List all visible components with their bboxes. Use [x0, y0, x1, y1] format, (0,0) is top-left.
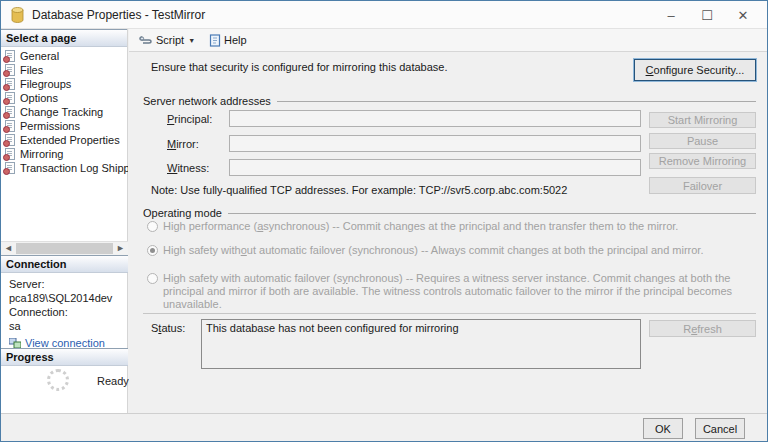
sidebar-item-filegroups[interactable]: Filegroups [1, 77, 128, 91]
page-icon [5, 64, 15, 76]
sidebar-item-mirroring[interactable]: Mirroring [1, 147, 128, 161]
script-label: Script [156, 34, 184, 46]
group-line [228, 213, 756, 214]
sidebar-item-general[interactable]: General [1, 49, 128, 63]
witness-label: Witness: [167, 162, 209, 174]
security-note: Ensure that security is configured for m… [151, 61, 448, 73]
failover-button: Failover [649, 177, 756, 194]
script-icon [139, 34, 153, 47]
window-controls: – ☐ ✕ [653, 1, 761, 29]
horizontal-scrollbar[interactable]: ◄ ► [1, 241, 128, 255]
radio-high-safety-with-failover: High safety with automatic failover (syn… [147, 272, 753, 311]
script-button[interactable]: Script ▼ [135, 30, 205, 50]
scroll-right-icon[interactable]: ► [113, 242, 128, 255]
sidebar-item-options[interactable]: Options [1, 91, 128, 105]
status-label: Status: [151, 322, 185, 334]
footer: OK Cancel [1, 413, 767, 441]
cancel-button[interactable]: Cancel [695, 418, 745, 439]
help-icon [209, 34, 221, 47]
main-panel: Script ▼ Help Ensure that security is co… [129, 29, 768, 413]
page-icon [5, 78, 15, 90]
sidebar: Select a page General Files Filegroups O… [1, 29, 128, 413]
radio-icon [147, 221, 158, 232]
witness-input [229, 159, 641, 176]
configure-security-button[interactable]: Configure Security... [634, 59, 756, 81]
database-icon [10, 7, 25, 23]
page-icon [5, 106, 15, 118]
sidebar-item-files[interactable]: Files [1, 63, 128, 77]
page-list: General Files Filegroups Options Change … [1, 49, 128, 175]
refresh-button: Refresh [649, 320, 756, 337]
scrollbar-thumb[interactable] [16, 243, 113, 254]
ok-button[interactable]: OK [643, 418, 683, 439]
title-bar: Database Properties - TestMirror – ☐ ✕ [1, 1, 767, 29]
start-mirroring-button: Start Mirroring [649, 112, 756, 128]
page-icon [5, 50, 15, 62]
select-a-page-header: Select a page [1, 29, 127, 47]
sidebar-item-extended-properties[interactable]: Extended Properties [1, 133, 128, 147]
connection-header: Connection [1, 255, 128, 273]
radio-high-performance: High performance (asynchronous) -- Commi… [147, 220, 753, 233]
connection-info: Server: pca189\SQL2014dev Connection: sa… [9, 277, 127, 350]
maximize-icon[interactable]: ☐ [689, 1, 725, 29]
page-icon [5, 92, 15, 104]
mirror-label: Mirror: [167, 138, 199, 150]
mirror-input [229, 135, 641, 152]
page-icon [5, 148, 15, 160]
help-button[interactable]: Help [205, 30, 251, 50]
connection-user: sa [9, 319, 127, 333]
progress-status: Ready [97, 375, 129, 387]
operating-mode-group: Operating mode [143, 207, 756, 219]
principal-input [229, 110, 641, 127]
radio-icon [147, 273, 158, 284]
connection-label: Connection: [9, 305, 127, 319]
help-label: Help [224, 34, 247, 46]
server-network-addresses-title: Server network addresses [143, 95, 271, 107]
page-icon [5, 134, 15, 146]
server-network-addresses-group: Server network addresses [143, 95, 756, 107]
principal-label: Principal: [167, 113, 212, 125]
page-icon [5, 162, 15, 174]
status-separator [143, 313, 756, 314]
database-properties-dialog: Database Properties - TestMirror – ☐ ✕ S… [0, 0, 768, 442]
group-line [277, 101, 756, 102]
radio-high-safety-without-failover: High safety without automatic failover (… [147, 244, 753, 257]
window-title: Database Properties - TestMirror [32, 8, 205, 22]
sidebar-item-permissions[interactable]: Permissions [1, 119, 128, 133]
progress-spinner-icon [47, 369, 69, 391]
pause-button: Pause [649, 133, 756, 149]
page-icon [5, 120, 15, 132]
operating-mode-title: Operating mode [143, 207, 222, 219]
chevron-down-icon: ▼ [188, 37, 195, 44]
progress-header: Progress [1, 348, 128, 366]
view-connection-icon [9, 338, 21, 349]
sidebar-item-transaction-log-shipping[interactable]: Transaction Log Shipping [1, 161, 128, 175]
toolbar: Script ▼ Help [129, 29, 768, 52]
tcp-note: Note: Use fully-qualified TCP addresses.… [151, 184, 567, 196]
minimize-icon[interactable]: – [653, 1, 689, 29]
status-box: This database has not been configured fo… [201, 319, 641, 369]
remove-mirroring-button: Remove Mirroring [649, 153, 756, 169]
radio-icon [147, 245, 158, 256]
sidebar-item-change-tracking[interactable]: Change Tracking [1, 105, 128, 119]
server-value: pca189\SQL2014dev [9, 291, 127, 305]
close-icon[interactable]: ✕ [725, 1, 761, 29]
server-label: Server: [9, 277, 127, 291]
scroll-left-icon[interactable]: ◄ [1, 242, 16, 255]
